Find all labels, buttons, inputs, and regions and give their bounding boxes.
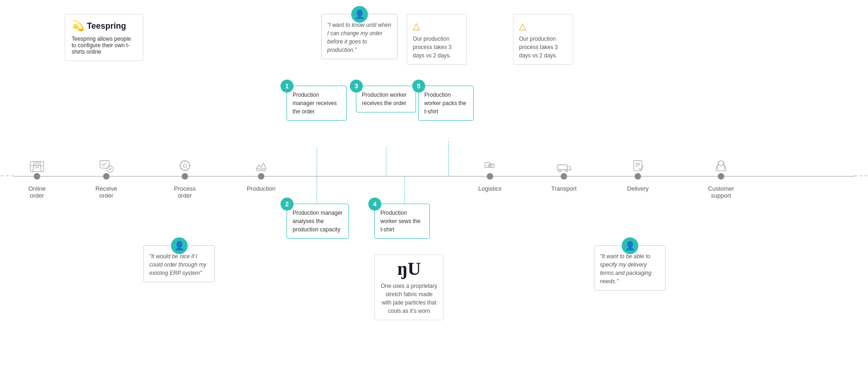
step-2-badge: 2 [281, 198, 293, 211]
step-2-label: Production manager analyses the producti… [293, 209, 343, 234]
warning-card-2: △ Our production process takes 3 days vs… [513, 14, 573, 65]
dashed-line-step4 [404, 176, 405, 205]
icon-receive-order [98, 157, 115, 177]
label-transport: Transport [541, 185, 587, 192]
svg-rect-8 [490, 164, 494, 167]
warning-icon-2: △ [519, 19, 567, 33]
warning-icon-1: △ [413, 19, 461, 33]
quote-card-2: 👤 "It would be nice if I could order thr… [143, 245, 215, 282]
dashed-line-step1 [317, 148, 317, 177]
icon-transport [556, 157, 572, 177]
label-receive-order: Receiveorder [83, 185, 129, 199]
svg-point-14 [719, 161, 724, 166]
quote-card-3: 👤 "It want to be able to specify my deli… [594, 245, 666, 291]
dashed-line-step3 [386, 147, 386, 176]
dashed-line-step5 [448, 142, 449, 176]
nu-text: One uses a proprietary stretch fabric ma… [380, 282, 438, 315]
step-5-badge: 5 [412, 80, 425, 93]
teespring-logo-text: Teespring [87, 21, 126, 31]
step-3-card: 3 Production worker receives the order [356, 86, 416, 112]
icon-customer-support [713, 157, 729, 177]
step-5-card: 5 Production worker packs the t-shirt [418, 86, 474, 121]
step-1-label: Production manager receives the order [293, 91, 341, 116]
warning-text-2: Our production process takes 3 days vs 2… [519, 35, 567, 60]
avatar-1: 👤 [351, 6, 368, 23]
step-4-card: 4 Production worker sews the t-shirt [374, 204, 430, 239]
label-delivery: Delivery [615, 185, 661, 192]
nu-logo: ŋU [380, 260, 438, 278]
step-4-badge: 4 [368, 198, 381, 211]
step-1-badge: 1 [281, 80, 293, 93]
icon-logistics [482, 157, 498, 177]
nu-card: ŋU One uses a proprietary stretch fabric… [374, 255, 444, 320]
avatar-3: 👤 [622, 237, 638, 254]
step-1-card: 1 Production manager receives the order [287, 86, 347, 121]
teespring-description: Teespring allows people to configure the… [72, 36, 136, 55]
icon-production [253, 157, 269, 177]
warning-card-1: △ Our production process takes 3 days vs… [407, 14, 467, 65]
step-3-label: Production worker receives the order [362, 91, 410, 107]
icon-process-order [177, 157, 193, 177]
step-2-card: 2 Production manager analyses the produc… [287, 204, 349, 239]
quote-text-3: "It want to be able to specify my delive… [600, 252, 660, 286]
label-logistics: Logistics [467, 185, 513, 192]
label-process-order: Processorder [162, 185, 208, 199]
label-online-order: Onlineorder [14, 185, 60, 199]
warning-text-1: Our production process takes 3 days vs 2… [413, 35, 461, 60]
quote-text-1: "I want to know until when I can change … [327, 21, 391, 54]
label-customer-support: Customersupport [698, 185, 744, 199]
icon-online-order [29, 157, 45, 177]
step-5-label: Production worker packs the t-shirt [424, 91, 468, 116]
dashed-line-step2 [317, 176, 317, 205]
teespring-logo-icon: 💫 [72, 20, 84, 32]
avatar-2: 👤 [171, 237, 188, 254]
icon-delivery [630, 157, 646, 177]
step-4-label: Production worker sews the t-shirt [380, 209, 424, 234]
teespring-card: 💫 Teespring Teespring allows people to c… [65, 14, 143, 61]
svg-point-5 [183, 164, 186, 167]
quote-card-1: 👤 "I want to know until when I can chang… [321, 14, 397, 59]
step-3-badge: 3 [350, 80, 363, 93]
svg-rect-10 [557, 165, 568, 170]
diagram-container: Onlineorder Receiveorder Processorder Pr… [0, 0, 868, 373]
label-production: Production [238, 185, 284, 192]
quote-text-2: "It would be nice if I could order throu… [149, 252, 209, 277]
